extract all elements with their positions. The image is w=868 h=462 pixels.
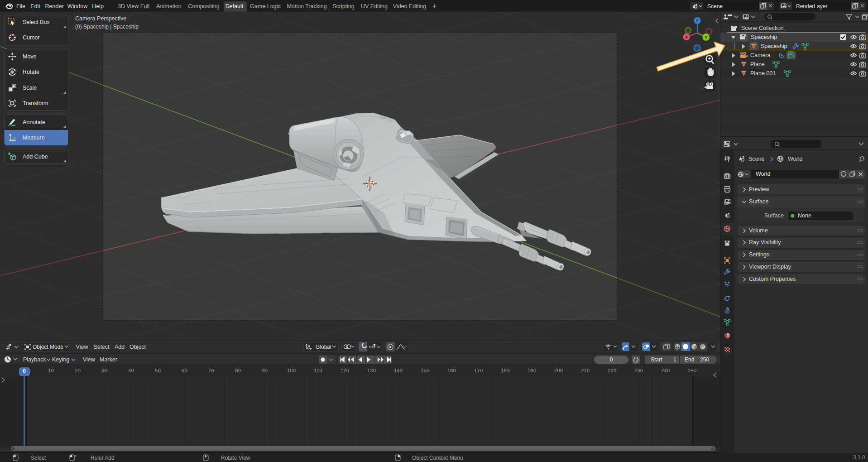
svg-text:Z: Z [696, 18, 699, 23]
svg-text:Camera Perspective: Camera Perspective [75, 15, 126, 22]
svg-text:(0) Spaceship | Spaceship: (0) Spaceship | Spaceship [75, 24, 139, 30]
